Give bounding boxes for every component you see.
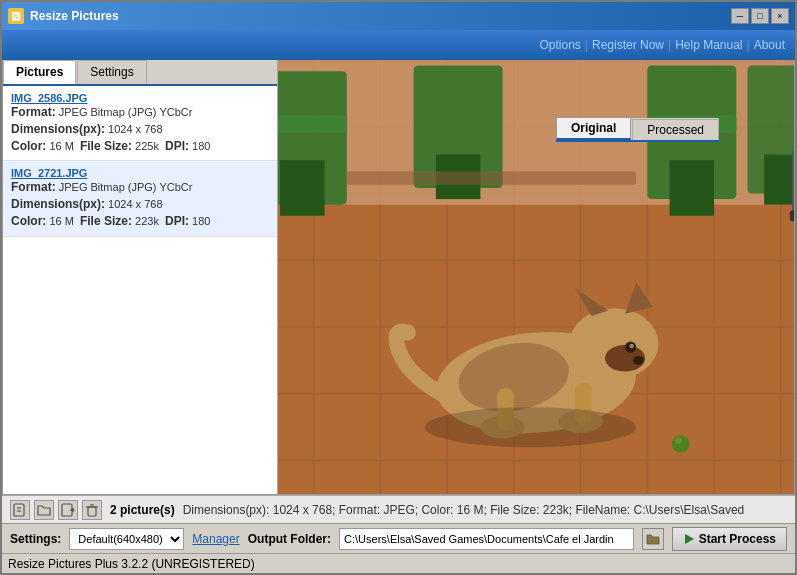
window-title: Resize Pictures <box>30 9 119 23</box>
tab-original[interactable]: Original <box>556 117 631 140</box>
detail-color-1: Color: 16 M File Size: 225k DPI: 180 <box>11 138 269 155</box>
filename-2: IMG_2721.JPG <box>11 167 269 179</box>
register-link[interactable]: Register Now <box>592 38 664 52</box>
detail-dimensions-1: Dimensions(px): 1024 x 768 <box>11 121 269 138</box>
close-button[interactable]: × <box>771 8 789 24</box>
filename-1: IMG_2586.JPG <box>11 92 269 104</box>
detail-dimensions-2: Dimensions(px): 1024 x 768 <box>11 196 269 213</box>
svg-rect-32 <box>792 149 794 216</box>
about-link[interactable]: About <box>754 38 785 52</box>
settings-select[interactable]: Default(640x480) <box>69 528 184 550</box>
output-path-input[interactable] <box>339 528 634 550</box>
tab-processed[interactable]: Processed <box>632 119 719 140</box>
add-folder-icon[interactable] <box>34 500 54 520</box>
left-tabs: Pictures Settings <box>3 60 277 86</box>
nav-sep-2: | <box>668 38 671 52</box>
toolbar-icons <box>10 500 102 520</box>
status-bar: Resize Pictures Plus 3.2.2 (UNREGISTERED… <box>2 553 795 573</box>
svg-rect-33 <box>790 210 794 221</box>
tab-settings[interactable]: Settings <box>77 60 146 84</box>
picture-count: 2 picture(s) <box>110 503 175 517</box>
output-folder-label: Output Folder: <box>248 532 331 546</box>
title-bar-controls: ─ □ × <box>731 8 789 24</box>
list-item[interactable]: IMG_2586.JPG Format: JPEG Bitmap (JPG) Y… <box>3 86 277 161</box>
info-text: Dimensions(px): 1024 x 768; Format: JPEG… <box>183 503 787 517</box>
svg-rect-34 <box>14 504 24 516</box>
svg-rect-39 <box>88 507 96 516</box>
title-bar: 🖼 Resize Pictures ─ □ × <box>2 2 795 30</box>
main-window: 🖼 Resize Pictures ─ □ × Options | Regist… <box>0 0 797 575</box>
title-bar-left: 🖼 Resize Pictures <box>8 8 119 24</box>
content-area: Pictures Settings IMG_2586.JPG Format: J… <box>2 60 795 573</box>
manager-link[interactable]: Manager <box>192 532 239 546</box>
picture-list: IMG_2586.JPG Format: JPEG Bitmap (JPG) Y… <box>3 86 277 494</box>
start-icon <box>683 533 695 545</box>
detail-format-1: Format: JPEG Bitmap (JPG) YCbCr <box>11 104 269 121</box>
delete-icon[interactable] <box>82 500 102 520</box>
export-icon[interactable] <box>58 500 78 520</box>
detail-color-2: Color: 16 M File Size: 223k DPI: 180 <box>11 213 269 230</box>
app-icon: 🖼 <box>8 8 24 24</box>
svg-marker-42 <box>685 534 694 544</box>
nav-sep-3: | <box>747 38 750 52</box>
main-split: Pictures Settings IMG_2586.JPG Format: J… <box>2 60 795 495</box>
settings-label: Settings: <box>10 532 61 546</box>
help-link[interactable]: Help Manual <box>675 38 742 52</box>
add-file-icon[interactable] <box>10 500 30 520</box>
browse-button[interactable] <box>642 528 664 550</box>
minimize-button[interactable]: ─ <box>731 8 749 24</box>
status-text: Resize Pictures Plus 3.2.2 (UNREGISTERED… <box>8 557 255 571</box>
right-panel: Original Processed <box>278 60 794 494</box>
nav-sep-1: | <box>585 38 588 52</box>
bottom-info-bar: 2 picture(s) Dimensions(px): 1024 x 768;… <box>2 495 795 523</box>
left-panel: Pictures Settings IMG_2586.JPG Format: J… <box>3 60 278 494</box>
list-item[interactable]: IMG_2721.JPG Format: JPEG Bitmap (JPG) Y… <box>3 161 277 236</box>
settings-row: Settings: Default(640x480) Manager Outpu… <box>2 523 795 553</box>
maximize-button[interactable]: □ <box>751 8 769 24</box>
svg-point-31 <box>425 407 636 447</box>
start-label: Start Process <box>699 532 776 546</box>
start-process-button[interactable]: Start Process <box>672 527 787 551</box>
tab-pictures[interactable]: Pictures <box>3 60 76 84</box>
options-link[interactable]: Options <box>540 38 581 52</box>
nav-bar: Options | Register Now | Help Manual | A… <box>2 30 795 60</box>
detail-format-2: Format: JPEG Bitmap (JPG) YCbCr <box>11 179 269 196</box>
